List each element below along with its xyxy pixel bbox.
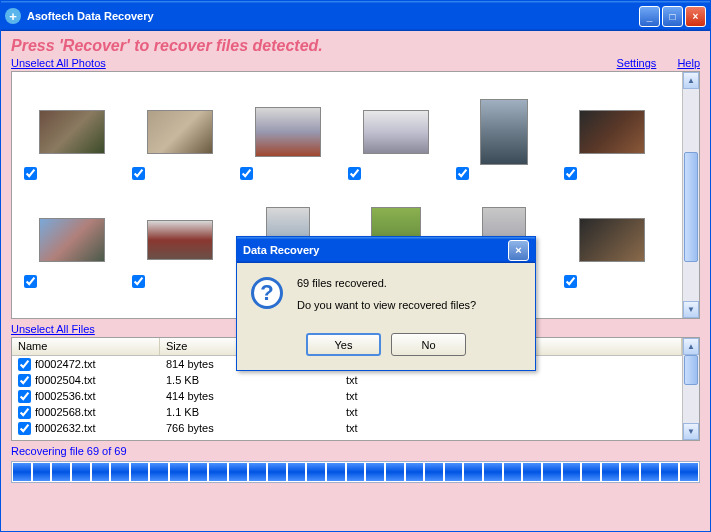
photo-thumbnail[interactable] bbox=[579, 110, 645, 154]
file-ext: txt bbox=[340, 422, 480, 434]
file-checkbox[interactable] bbox=[18, 422, 31, 435]
file-checkbox[interactable] bbox=[18, 390, 31, 403]
yes-button[interactable]: Yes bbox=[306, 333, 381, 356]
file-name: f0002504.txt bbox=[35, 374, 96, 386]
col-name[interactable]: Name bbox=[12, 338, 160, 355]
titlebar: + Asoftech Data Recovery _ □ × bbox=[1, 1, 710, 31]
question-icon: ? bbox=[251, 277, 283, 309]
photo-cell[interactable] bbox=[126, 186, 234, 294]
minimize-button[interactable]: _ bbox=[639, 6, 660, 27]
progress-block bbox=[484, 463, 502, 481]
no-button[interactable]: No bbox=[391, 333, 466, 356]
progress-block bbox=[406, 463, 424, 481]
progress-block bbox=[13, 463, 31, 481]
table-row[interactable]: f0002536.txt414 bytestxt bbox=[12, 388, 682, 404]
dialog-line1: 69 files recovered. bbox=[297, 277, 476, 289]
file-size: 1.5 KB bbox=[160, 374, 340, 386]
file-size: 766 bytes bbox=[160, 422, 340, 434]
photo-thumbnail[interactable] bbox=[147, 110, 213, 154]
progress-block bbox=[641, 463, 659, 481]
progress-block bbox=[170, 463, 188, 481]
photo-cell[interactable] bbox=[234, 78, 342, 186]
table-row[interactable]: f0002504.txt1.5 KBtxt bbox=[12, 372, 682, 388]
photo-cell[interactable] bbox=[450, 78, 558, 186]
scroll-down-icon[interactable]: ▼ bbox=[683, 301, 699, 318]
scroll-thumb[interactable] bbox=[684, 152, 698, 262]
progress-block bbox=[366, 463, 384, 481]
settings-link[interactable]: Settings bbox=[617, 57, 657, 69]
unselect-all-photos-link[interactable]: Unselect All Photos bbox=[11, 57, 106, 69]
progress-block bbox=[72, 463, 90, 481]
photo-checkbox[interactable] bbox=[348, 167, 361, 180]
photo-cell[interactable] bbox=[558, 78, 666, 186]
file-size: 414 bytes bbox=[160, 390, 340, 402]
file-ext: txt bbox=[340, 390, 480, 402]
file-name: f0002472.txt bbox=[35, 358, 96, 370]
file-checkbox[interactable] bbox=[18, 358, 31, 371]
progress-block bbox=[621, 463, 639, 481]
dialog-title: Data Recovery bbox=[243, 244, 508, 256]
photo-checkbox[interactable] bbox=[240, 167, 253, 180]
photo-checkbox[interactable] bbox=[456, 167, 469, 180]
unselect-all-files-link[interactable]: Unselect All Files bbox=[11, 323, 95, 335]
progress-block bbox=[288, 463, 306, 481]
progress-block bbox=[268, 463, 286, 481]
table-row[interactable]: f0002568.txt1.1 KBtxt bbox=[12, 404, 682, 420]
progress-block bbox=[52, 463, 70, 481]
progress-block bbox=[563, 463, 581, 481]
progress-block bbox=[307, 463, 325, 481]
photo-checkbox[interactable] bbox=[24, 275, 37, 288]
help-link[interactable]: Help bbox=[677, 57, 700, 69]
scroll-up-icon[interactable]: ▲ bbox=[683, 72, 699, 89]
progress-block bbox=[386, 463, 404, 481]
progress-block bbox=[190, 463, 208, 481]
photo-checkbox[interactable] bbox=[564, 167, 577, 180]
maximize-button[interactable]: □ bbox=[662, 6, 683, 27]
progress-block bbox=[150, 463, 168, 481]
window-title: Asoftech Data Recovery bbox=[27, 10, 639, 22]
progress-block bbox=[680, 463, 698, 481]
table-row[interactable]: f0002632.txt766 bytestxt bbox=[12, 420, 682, 436]
dialog-buttons: Yes No bbox=[237, 329, 535, 370]
file-size: 1.1 KB bbox=[160, 406, 340, 418]
photo-thumbnail[interactable] bbox=[39, 110, 105, 154]
file-name: f0002632.txt bbox=[35, 422, 96, 434]
close-button[interactable]: × bbox=[685, 6, 706, 27]
dialog-close-button[interactable]: × bbox=[508, 240, 529, 261]
photo-cell[interactable] bbox=[18, 78, 126, 186]
photo-cell[interactable] bbox=[558, 186, 666, 294]
scroll-thumb[interactable] bbox=[684, 355, 698, 385]
photo-cell[interactable] bbox=[18, 186, 126, 294]
dialog-body: ? 69 files recovered. Do you want to vie… bbox=[237, 263, 535, 329]
photo-thumbnail[interactable] bbox=[363, 110, 429, 154]
top-link-row: Unselect All Photos Settings Help bbox=[11, 57, 700, 69]
photo-thumbnail[interactable] bbox=[39, 218, 105, 262]
photo-checkbox[interactable] bbox=[132, 167, 145, 180]
instruction-text: Press 'Recover' to recover files detecte… bbox=[11, 37, 700, 55]
photo-checkbox[interactable] bbox=[132, 275, 145, 288]
scroll-up-icon[interactable]: ▲ bbox=[683, 338, 699, 355]
progress-block bbox=[249, 463, 267, 481]
photo-checkbox[interactable] bbox=[564, 275, 577, 288]
progress-block bbox=[582, 463, 600, 481]
confirmation-dialog: Data Recovery × ? 69 files recovered. Do… bbox=[236, 236, 536, 371]
photo-cell[interactable] bbox=[342, 78, 450, 186]
progress-block bbox=[347, 463, 365, 481]
files-scrollbar[interactable]: ▲ ▼ bbox=[682, 338, 699, 440]
photo-cell[interactable] bbox=[18, 294, 126, 319]
content-area: Press 'Recover' to recover files detecte… bbox=[1, 31, 710, 531]
photo-checkbox[interactable] bbox=[24, 167, 37, 180]
progress-block bbox=[523, 463, 541, 481]
photos-scrollbar[interactable]: ▲ ▼ bbox=[682, 72, 699, 318]
photo-thumbnail[interactable] bbox=[255, 107, 321, 157]
progress-block bbox=[661, 463, 679, 481]
file-checkbox[interactable] bbox=[18, 406, 31, 419]
photo-thumbnail[interactable] bbox=[480, 99, 528, 165]
scroll-down-icon[interactable]: ▼ bbox=[683, 423, 699, 440]
dialog-titlebar: Data Recovery × bbox=[237, 237, 535, 263]
photo-thumbnail[interactable] bbox=[147, 220, 213, 260]
file-checkbox[interactable] bbox=[18, 374, 31, 387]
photo-thumbnail[interactable] bbox=[579, 218, 645, 262]
progress-block bbox=[92, 463, 110, 481]
photo-cell[interactable] bbox=[126, 78, 234, 186]
